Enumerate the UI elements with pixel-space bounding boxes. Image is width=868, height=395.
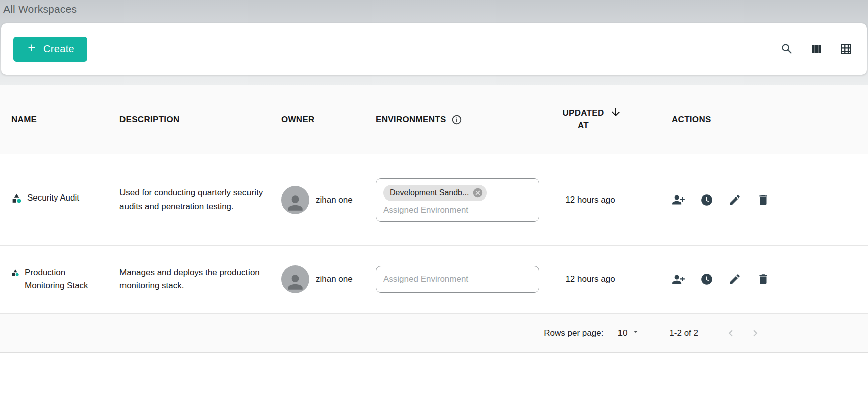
workspace-name-cell: Production Monitoring Stack bbox=[11, 266, 119, 293]
toolbar-icons bbox=[779, 41, 854, 57]
workspace-name: Security Audit bbox=[27, 191, 79, 205]
avatar bbox=[281, 186, 309, 214]
table-row: Production Monitoring Stack Manages and … bbox=[0, 246, 868, 314]
delete-icon[interactable] bbox=[757, 193, 770, 207]
assigned-environment-input[interactable] bbox=[383, 274, 532, 284]
next-page-icon[interactable] bbox=[749, 327, 762, 340]
search-icon[interactable] bbox=[779, 41, 795, 57]
chip-remove-icon[interactable] bbox=[472, 187, 483, 199]
person-add-icon[interactable] bbox=[672, 273, 685, 286]
assigned-environment-field[interactable]: Development Sandb... bbox=[376, 178, 539, 222]
environments-cell bbox=[376, 266, 547, 293]
assigned-environment-input[interactable] bbox=[383, 205, 532, 215]
edit-icon[interactable] bbox=[728, 273, 741, 286]
avatar bbox=[281, 265, 309, 293]
header-name: NAME bbox=[11, 115, 119, 125]
owner-cell: zihan one bbox=[281, 265, 376, 293]
actions-cell bbox=[658, 193, 868, 207]
header-environments: ENVIRONMENTS bbox=[376, 114, 547, 125]
bottom-filler bbox=[0, 353, 868, 389]
person-add-icon[interactable] bbox=[672, 193, 685, 207]
chevron-down-icon bbox=[631, 327, 640, 339]
header-description: DESCRIPTION bbox=[119, 115, 281, 125]
header-updated-at-label: UPDATED AT bbox=[559, 107, 608, 132]
workspace-description: Manages and deploys the production monit… bbox=[119, 266, 281, 293]
page-title: All Workspaces bbox=[3, 3, 868, 15]
pagination-bar: Rows per page: 10 1-2 of 2 bbox=[0, 314, 868, 353]
header-actions: ACTIONS bbox=[658, 115, 868, 125]
plus-icon bbox=[26, 42, 37, 56]
environments-cell: Development Sandb... bbox=[376, 178, 547, 222]
history-icon[interactable] bbox=[700, 193, 713, 207]
delete-icon[interactable] bbox=[757, 273, 770, 286]
create-button[interactable]: Create bbox=[13, 37, 87, 62]
info-icon[interactable] bbox=[451, 114, 462, 125]
sort-desc-arrow-icon bbox=[610, 106, 622, 121]
updated-at: 12 hours ago bbox=[547, 274, 658, 284]
environment-chip-label: Development Sandb... bbox=[390, 188, 469, 198]
page-header: All Workspaces Create bbox=[0, 0, 868, 85]
workspace-icon bbox=[11, 193, 22, 208]
rows-per-page-label: Rows per page: bbox=[544, 328, 603, 338]
workspace-name-cell: Security Audit bbox=[11, 191, 119, 208]
toolbar: Create bbox=[1, 23, 867, 75]
environment-chip[interactable]: Development Sandb... bbox=[383, 185, 487, 201]
owner-cell: zihan one bbox=[281, 186, 376, 214]
previous-page-icon[interactable] bbox=[724, 327, 737, 340]
owner-name: zihan one bbox=[316, 195, 353, 205]
workspace-name: Production Monitoring Stack bbox=[25, 266, 107, 293]
header-environments-label: ENVIRONMENTS bbox=[376, 115, 446, 125]
rows-per-page-select[interactable]: 10 bbox=[617, 327, 640, 339]
history-icon[interactable] bbox=[700, 273, 713, 286]
workspaces-table: NAME DESCRIPTION OWNER ENVIRONMENTS UPDA… bbox=[0, 85, 868, 353]
table-row: Security Audit Used for conducting quart… bbox=[0, 154, 868, 246]
header-updated-at[interactable]: UPDATED AT bbox=[547, 107, 658, 132]
table-header-row: NAME DESCRIPTION OWNER ENVIRONMENTS UPDA… bbox=[0, 85, 868, 154]
page-range-label: 1-2 of 2 bbox=[669, 328, 698, 338]
workspace-description: Used for conducting quarterly security a… bbox=[119, 186, 281, 213]
assigned-environment-field[interactable] bbox=[376, 266, 539, 293]
header-owner: OWNER bbox=[281, 115, 376, 125]
rows-per-page-value: 10 bbox=[617, 328, 627, 338]
grid-view-icon[interactable] bbox=[838, 41, 854, 57]
create-button-label: Create bbox=[43, 43, 74, 55]
actions-cell bbox=[658, 273, 868, 286]
updated-at: 12 hours ago bbox=[547, 195, 658, 205]
owner-name: zihan one bbox=[316, 274, 353, 284]
edit-icon[interactable] bbox=[728, 193, 741, 207]
workspace-icon bbox=[11, 268, 19, 281]
view-columns-icon[interactable] bbox=[809, 41, 824, 57]
